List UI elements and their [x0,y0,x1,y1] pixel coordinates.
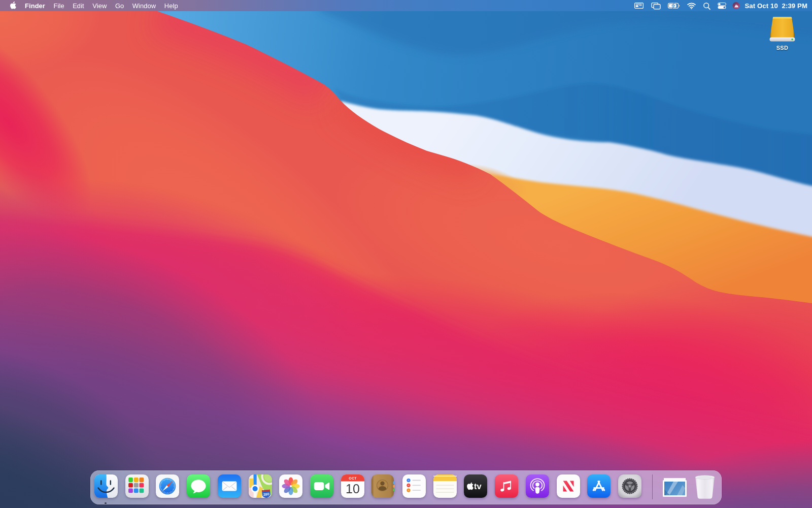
svg-text:280: 280 [263,492,269,496]
svg-text:10: 10 [346,482,360,496]
svg-text:OCT: OCT [349,477,357,480]
svg-text:tv: tv [474,482,482,491]
